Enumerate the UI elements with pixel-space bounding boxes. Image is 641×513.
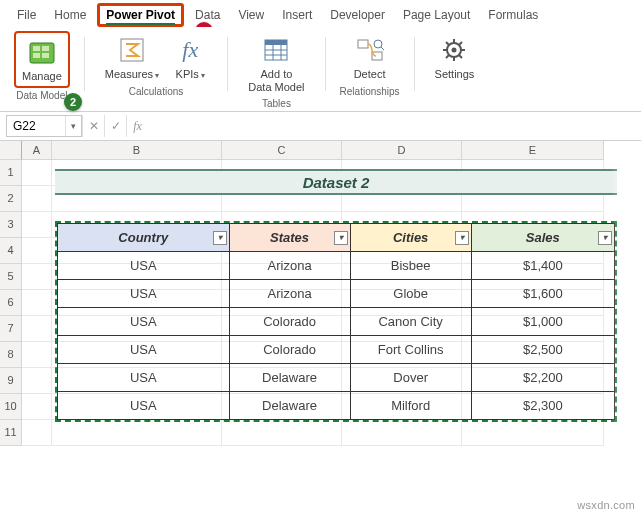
name-box-input[interactable]: [7, 119, 65, 133]
group-settings: Settings: [423, 31, 487, 111]
row-2[interactable]: 2: [0, 186, 22, 212]
name-box-dropdown-icon[interactable]: ▾: [65, 116, 81, 136]
table-row[interactable]: USADelawareMilford$2,300: [58, 392, 615, 420]
svg-rect-4: [42, 53, 49, 58]
row-6[interactable]: 6: [0, 290, 22, 316]
header-sales[interactable]: Sales▾: [471, 224, 614, 252]
col-B[interactable]: B: [52, 141, 222, 160]
svg-line-15: [381, 47, 384, 50]
detect-button[interactable]: Detect: [347, 31, 393, 84]
detect-icon: [354, 34, 386, 66]
table-row[interactable]: USAArizonaGlobe$1,600: [58, 280, 615, 308]
table-row[interactable]: USAColoradoCanon City$1,000: [58, 308, 615, 336]
tab-home[interactable]: Home: [45, 3, 95, 27]
table-header-row: Country▾ States▾ Cities▾ Sales▾: [58, 224, 615, 252]
svg-line-25: [446, 55, 449, 58]
tab-formulas[interactable]: Formulas: [479, 3, 547, 27]
kpis-button[interactable]: fx KPIs: [167, 31, 213, 84]
separator: [84, 37, 85, 91]
table-body: USAArizonaBisbee$1,400 USAArizonaGlobe$1…: [58, 252, 615, 420]
header-country[interactable]: Country▾: [58, 224, 230, 252]
svg-rect-5: [121, 39, 143, 61]
row-3[interactable]: 3: [0, 212, 22, 238]
add-to-data-model-button[interactable]: Add toData Model: [242, 31, 310, 96]
detect-label: Detect: [354, 68, 386, 81]
separator: [325, 37, 326, 91]
svg-point-17: [452, 48, 457, 53]
svg-line-23: [459, 55, 462, 58]
add-to-label: Add toData Model: [248, 68, 304, 93]
group-label-relationships: Relationships: [340, 86, 400, 97]
dataset-title: Dataset 2: [55, 169, 617, 195]
manage-button[interactable]: Manage: [14, 31, 70, 88]
header-cities[interactable]: Cities▾: [350, 224, 471, 252]
col-D[interactable]: D: [342, 141, 462, 160]
tab-power-pivot[interactable]: Power Pivot: [97, 3, 184, 27]
row-10[interactable]: 10: [0, 394, 22, 420]
watermark: wsxdn.com: [577, 499, 635, 511]
filter-icon[interactable]: ▾: [213, 231, 227, 245]
manage-label: Manage: [22, 70, 62, 83]
ribbon: Manage Data Model 2 Measures fx KPIs Cal…: [0, 27, 641, 112]
tab-developer[interactable]: Developer: [321, 3, 394, 27]
tab-page-layout[interactable]: Page Layout: [394, 3, 479, 27]
svg-rect-1: [33, 46, 40, 51]
settings-button[interactable]: Settings: [429, 31, 481, 84]
svg-point-14: [374, 40, 382, 48]
row-5[interactable]: 5: [0, 264, 22, 290]
table-icon: [260, 34, 292, 66]
grid-headers: A B C D E: [0, 141, 641, 160]
group-data-model: Manage Data Model 2: [8, 31, 76, 111]
settings-label: Settings: [435, 68, 475, 81]
cancel-icon[interactable]: ✕: [82, 115, 104, 137]
ribbon-tabs: File Home Power Pivot Data View Insert D…: [0, 0, 641, 27]
svg-rect-3: [33, 53, 40, 58]
filter-icon[interactable]: ▾: [455, 231, 469, 245]
group-label-tables: Tables: [262, 98, 291, 109]
table-row[interactable]: USAArizonaBisbee$1,400: [58, 252, 615, 280]
tab-view[interactable]: View: [229, 3, 273, 27]
dataset-table-wrap: Country▾ States▾ Cities▾ Sales▾ USAArizo…: [55, 221, 617, 422]
group-relationships: Detect Relationships: [334, 31, 406, 111]
row-1[interactable]: 1: [0, 160, 22, 186]
row-4[interactable]: 4: [0, 238, 22, 264]
group-label-calculations: Calculations: [129, 86, 183, 97]
name-box[interactable]: ▾: [6, 115, 82, 137]
kpis-label: KPIs: [176, 68, 205, 81]
svg-line-22: [446, 42, 449, 45]
dataset-table[interactable]: Country▾ States▾ Cities▾ Sales▾ USAArizo…: [57, 223, 615, 420]
row-11[interactable]: 11: [0, 420, 22, 446]
select-all-corner[interactable]: [0, 141, 22, 160]
row-7[interactable]: 7: [0, 316, 22, 342]
svg-rect-7: [265, 40, 287, 45]
measures-button[interactable]: Measures: [99, 31, 166, 84]
table-row[interactable]: USAColoradoFort Collins$2,500: [58, 336, 615, 364]
filter-icon[interactable]: ▾: [334, 231, 348, 245]
row-9[interactable]: 9: [0, 368, 22, 394]
fx-icon[interactable]: fx: [126, 115, 148, 137]
manage-icon: [26, 36, 58, 68]
col-E[interactable]: E: [462, 141, 604, 160]
table-row[interactable]: USADelawareDover$2,200: [58, 364, 615, 392]
tab-file[interactable]: File: [8, 3, 45, 27]
group-label-data-model: Data Model: [16, 90, 67, 101]
svg-line-24: [459, 42, 462, 45]
row-8[interactable]: 8: [0, 342, 22, 368]
gear-icon: [438, 34, 470, 66]
separator: [227, 37, 228, 91]
col-A[interactable]: A: [22, 141, 52, 160]
separator: [414, 37, 415, 91]
col-C[interactable]: C: [222, 141, 342, 160]
tab-insert[interactable]: Insert: [273, 3, 321, 27]
group-calculations: Measures fx KPIs Calculations: [93, 31, 220, 111]
enter-icon[interactable]: ✓: [104, 115, 126, 137]
group-tables: Add toData Model Tables: [236, 31, 316, 111]
measures-label: Measures: [105, 68, 160, 81]
svg-rect-12: [358, 40, 368, 48]
svg-rect-2: [42, 46, 49, 51]
header-states[interactable]: States▾: [229, 224, 350, 252]
worksheet[interactable]: A B C D E 1 2 3 4 5 6 7 8 9 10 11 Datase…: [0, 141, 641, 446]
filter-icon[interactable]: ▾: [598, 231, 612, 245]
formula-bar: ▾ ✕ ✓ fx: [0, 112, 641, 141]
callout-badge-2: 2: [64, 93, 82, 111]
